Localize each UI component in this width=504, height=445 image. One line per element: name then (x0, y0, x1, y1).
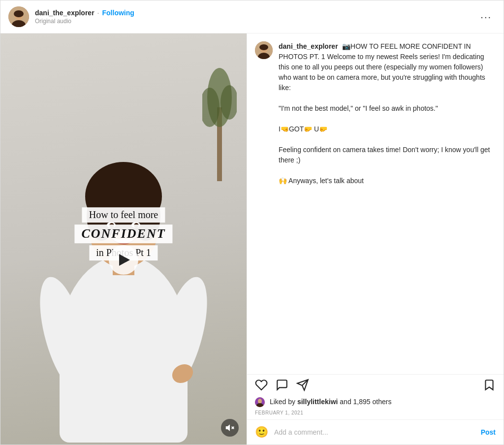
main-comment: dani_the_explorer 📷HOW TO FEEL MORE CONF… (255, 41, 496, 186)
actions-bar (247, 374, 504, 395)
right-panel: dani_the_explorer 📷HOW TO FEEL MORE CONF… (247, 33, 504, 445)
svg-point-34 (258, 399, 262, 404)
following-button[interactable]: Following (102, 9, 134, 17)
comment-text: 📷HOW TO FEEL MORE CONFIDENT IN PHOTOS PT… (279, 42, 490, 185)
commenter-avatar[interactable] (255, 41, 273, 59)
overlay-line1: How to feel more (82, 207, 165, 222)
svg-point-2 (14, 10, 24, 17)
header-info: dani_the_explorer · Following Original a… (35, 9, 476, 25)
likes-prefix: Liked by (270, 398, 295, 406)
likes-avatar (255, 397, 265, 407)
username-row: dani_the_explorer · Following (35, 9, 476, 17)
comment-content: dani_the_explorer 📷HOW TO FEEL MORE CONF… (279, 41, 496, 186)
comment-input[interactable] (274, 428, 475, 436)
comments-section: dani_the_explorer 📷HOW TO FEEL MORE CONF… (247, 33, 504, 374)
mute-button[interactable] (221, 419, 239, 437)
post-comment-button[interactable]: Post (481, 428, 496, 436)
likes-suffix: and 1,895 others (340, 398, 391, 406)
comment-button[interactable] (276, 379, 288, 391)
play-button[interactable] (109, 245, 138, 275)
bookmark-button[interactable] (483, 379, 496, 391)
svg-point-29 (259, 44, 268, 50)
video-panel[interactable]: How to feel more CONFIDENT in Photos Pt … (0, 33, 247, 445)
overlay-line2: CONFIDENT (74, 224, 172, 243)
separator-dot: · (97, 9, 99, 17)
add-comment-row: 🙂 Post (247, 419, 504, 445)
header-subtitle: Original audio (35, 18, 476, 25)
likes-text: Liked by sillylittlekiwi and 1,895 other… (270, 398, 392, 406)
post-container: dani_the_explorer · Following Original a… (0, 0, 504, 445)
share-button[interactable] (296, 379, 309, 391)
like-button[interactable] (255, 379, 268, 391)
emoji-picker-button[interactable]: 🙂 (255, 426, 268, 439)
avatar[interactable] (8, 6, 29, 27)
header-username[interactable]: dani_the_explorer (35, 9, 94, 17)
play-icon (119, 254, 130, 266)
likes-username[interactable]: sillylittlekiwi (297, 398, 338, 406)
comment-username[interactable]: dani_the_explorer (279, 42, 338, 50)
svg-point-18 (114, 172, 143, 191)
svg-marker-24 (226, 425, 230, 431)
post-date: FEBRUARY 1, 2021 (247, 408, 504, 419)
post-body: How to feel more CONFIDENT in Photos Pt … (0, 33, 504, 445)
post-header: dani_the_explorer · Following Original a… (0, 0, 504, 33)
more-options-button[interactable]: ··· (476, 9, 496, 25)
action-icons-row (255, 379, 496, 391)
likes-row: Liked by sillylittlekiwi and 1,895 other… (247, 395, 504, 408)
